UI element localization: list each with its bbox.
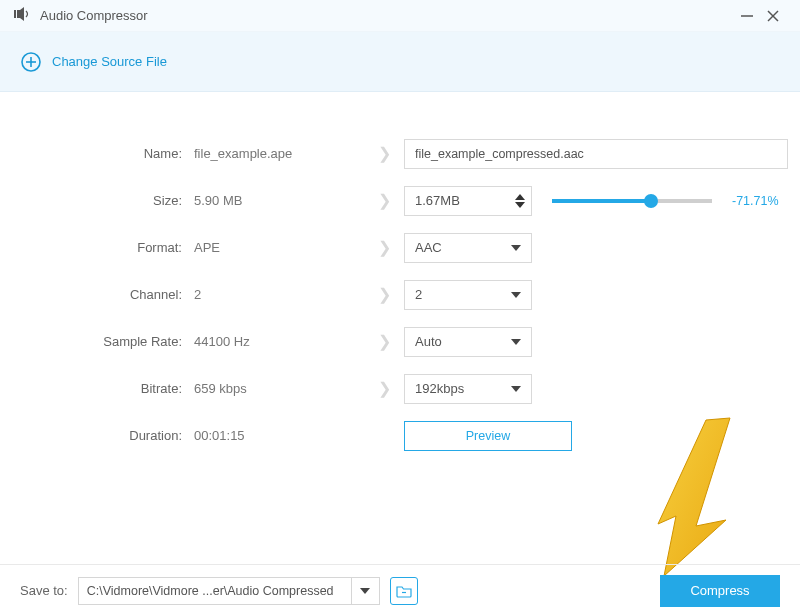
channel-select-value: 2 [415, 287, 422, 302]
label-format: Format: [24, 240, 194, 255]
channel-select[interactable]: 2 [404, 280, 532, 310]
label-channel: Channel: [24, 287, 194, 302]
footer: Save to: Compress [0, 564, 800, 616]
label-bitrate: Bitrate: [24, 381, 194, 396]
format-select[interactable]: AAC [404, 233, 532, 263]
source-size: 5.90 MB [194, 193, 364, 208]
chevron-down-icon [511, 339, 521, 345]
label-duration: Duration: [24, 428, 194, 443]
bitrate-select-value: 192kbps [415, 381, 464, 396]
source-format: APE [194, 240, 364, 255]
main-panel: Name: file_example.ape ❯ Size: 5.90 MB ❯… [0, 92, 800, 479]
label-sample-rate: Sample Rate: [24, 334, 194, 349]
preview-button[interactable]: Preview [404, 421, 572, 451]
speaker-icon [14, 7, 32, 24]
minimize-button[interactable] [734, 3, 760, 29]
label-name: Name: [24, 146, 194, 161]
row-name: Name: file_example.ape ❯ [24, 130, 776, 177]
chevron-right-icon: ❯ [378, 332, 391, 351]
folder-icon [396, 584, 412, 598]
row-bitrate: Bitrate: 659 kbps ❯ 192kbps [24, 365, 776, 412]
bitrate-select[interactable]: 192kbps [404, 374, 532, 404]
change-source-label: Change Source File [52, 54, 167, 69]
change-source-button[interactable]: Change Source File [20, 51, 167, 73]
toolbar: Change Source File [0, 32, 800, 92]
open-folder-button[interactable] [390, 577, 418, 605]
plus-circle-icon [20, 51, 42, 73]
save-to-label: Save to: [20, 583, 68, 598]
close-button[interactable] [760, 3, 786, 29]
chevron-right-icon: ❯ [378, 379, 391, 398]
slider-thumb[interactable] [644, 194, 658, 208]
source-sample-rate: 44100 Hz [194, 334, 364, 349]
row-channel: Channel: 2 ❯ 2 [24, 271, 776, 318]
source-bitrate: 659 kbps [194, 381, 364, 396]
save-path-input[interactable] [79, 578, 351, 604]
source-channel: 2 [194, 287, 364, 302]
preview-label: Preview [466, 429, 510, 443]
svg-rect-1 [17, 10, 20, 18]
compress-label: Compress [690, 583, 749, 598]
dest-size-value: 1.67MB [415, 193, 460, 208]
chevron-right-icon: ❯ [378, 285, 391, 304]
chevron-down-icon [511, 386, 521, 392]
svg-rect-0 [14, 10, 16, 18]
chevron-right-icon: ❯ [378, 144, 391, 163]
compress-button[interactable]: Compress [660, 575, 780, 607]
row-format: Format: APE ❯ AAC [24, 224, 776, 271]
size-stepper[interactable]: 1.67MB [404, 186, 532, 216]
size-percent: -71.71% [732, 194, 779, 208]
output-name-input[interactable] [404, 139, 788, 169]
source-duration: 00:01:15 [194, 428, 364, 443]
sample-rate-select[interactable]: Auto [404, 327, 532, 357]
stepper-down-icon[interactable] [515, 202, 525, 208]
save-path-dropdown[interactable] [351, 578, 379, 604]
row-duration: Duration: 00:01:15 Preview [24, 412, 776, 459]
source-name: file_example.ape [194, 146, 364, 161]
size-slider[interactable] [552, 199, 712, 203]
chevron-right-icon: ❯ [378, 238, 391, 257]
chevron-down-icon [511, 292, 521, 298]
stepper-up-icon[interactable] [515, 194, 525, 200]
row-size: Size: 5.90 MB ❯ 1.67MB -71.71% [24, 177, 776, 224]
chevron-right-icon: ❯ [378, 191, 391, 210]
row-sample-rate: Sample Rate: 44100 Hz ❯ Auto [24, 318, 776, 365]
sample-rate-select-value: Auto [415, 334, 442, 349]
app-title: Audio Compressor [40, 8, 148, 23]
format-select-value: AAC [415, 240, 442, 255]
chevron-down-icon [360, 588, 370, 594]
label-size: Size: [24, 193, 194, 208]
save-path-combo [78, 577, 380, 605]
chevron-down-icon [511, 245, 521, 251]
titlebar: Audio Compressor [0, 0, 800, 32]
